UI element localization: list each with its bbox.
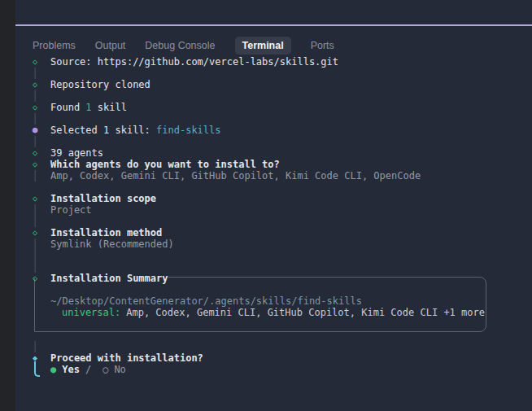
- blank-row: [15, 181, 532, 193]
- blank-row: [15, 284, 532, 295]
- connector-icon: │: [31, 261, 39, 273]
- universal-key: universal:: [62, 307, 120, 318]
- agents-question-text: Which agents do you want to install to?: [50, 159, 280, 170]
- tab-ports[interactable]: Ports: [311, 39, 334, 52]
- blank-row: [15, 318, 532, 330]
- summary-path-row: ~/Desktop/ContentGenerator/.agents/skill…: [15, 295, 532, 307]
- log-source: ◇ Source: https://github.com/vercel-labs…: [15, 56, 532, 68]
- prompt-diamond-icon: ◆: [31, 352, 39, 364]
- blank-row: [15, 330, 532, 341]
- universal-agents: Amp, Codex, Gemini CLI, GitHub Copilot, …: [126, 307, 485, 318]
- scope-answer: │ Project: [15, 204, 532, 216]
- connector-row: │: [15, 261, 532, 273]
- method-answer: │ Symlink (Recommended): [15, 238, 532, 250]
- tab-output[interactable]: Output: [95, 39, 126, 52]
- activity-bar-edge: [0, 0, 15, 411]
- connector-icon: │: [31, 216, 39, 227]
- log-found-skill: ◇ Found 1 skill: [15, 102, 532, 113]
- log-repository-cloned: ◇ Repository cloned: [15, 79, 532, 90]
- step-icon: ◇: [31, 56, 39, 68]
- connector-icon: │: [31, 204, 39, 216]
- connector-row: │: [15, 113, 532, 125]
- tab-debug-console[interactable]: Debug Console: [145, 39, 215, 52]
- method-value: Symlink (Recommended): [50, 238, 174, 250]
- connector-icon: │: [31, 250, 39, 261]
- prompt-installation-method: ◇ Installation method: [15, 227, 532, 238]
- connector-row: │: [15, 250, 532, 261]
- tab-terminal[interactable]: Terminal: [235, 37, 291, 55]
- terminal-output[interactable]: ◇ Source: https://github.com/vercel-labs…: [15, 56, 532, 375]
- agents-answer-text: Amp, Codex, Gemini CLI, GitHub Copilot, …: [50, 170, 421, 181]
- panel-window: Problems Output Debug Console Terminal P…: [0, 0, 532, 411]
- connector-row: │: [15, 68, 532, 79]
- summary-universal-row: universal:Amp, Codex, Gemini CLI, GitHub…: [15, 307, 532, 318]
- summary-title-row: ◇ Installation Summary: [15, 273, 532, 284]
- found-prefix: Found: [50, 102, 85, 113]
- connector-row: │: [15, 90, 532, 102]
- skill-count: 1: [85, 102, 91, 113]
- scope-label: Installation scope: [50, 193, 156, 204]
- prompt-agents-question: ◇ Which agents do you want to install to…: [15, 159, 532, 170]
- step-icon: ◇: [31, 102, 39, 113]
- prompt-proceed: ◆ Proceed with installation?: [15, 352, 532, 364]
- found-suffix: skill: [92, 102, 127, 113]
- tab-problems[interactable]: Problems: [33, 39, 76, 52]
- repository-status-text: Repository cloned: [50, 79, 150, 90]
- connector-icon: │: [31, 238, 39, 250]
- step-icon: ◇: [31, 227, 39, 238]
- no-circle-icon: ○: [102, 364, 108, 375]
- connector-icon: │: [31, 68, 39, 79]
- option-no[interactable]: No: [114, 364, 125, 375]
- agents-count-text: 39 agents: [50, 147, 103, 159]
- option-yes[interactable]: Yes: [62, 364, 80, 375]
- skill-name-link: find-skills: [156, 125, 220, 136]
- marker-spacer: [31, 307, 39, 318]
- selected-prefix: Selected 1 skill:: [50, 125, 156, 136]
- connector-icon: │: [31, 90, 39, 102]
- step-icon: ◇: [31, 159, 39, 170]
- agents-answer: │ Amp, Codex, Gemini CLI, GitHub Copilot…: [15, 170, 532, 181]
- connector-icon: │: [31, 341, 39, 352]
- summary-path: ~/Desktop/ContentGenerator/.agents/skill…: [50, 295, 362, 307]
- prompt-installation-scope: ◇ Installation scope: [15, 193, 532, 204]
- method-label: Installation method: [50, 227, 162, 238]
- marker-spacer: [31, 364, 39, 375]
- scope-value: Project: [50, 204, 92, 216]
- option-separator: /: [85, 364, 91, 375]
- proceed-options-row: ●Yes/○No: [15, 364, 532, 375]
- proceed-question: Proceed with installation?: [50, 352, 203, 364]
- connector-icon: │: [31, 136, 39, 147]
- log-selected-skill: ● Selected 1 skill: find-skills: [15, 125, 532, 136]
- yes-dot-icon: ●: [50, 364, 56, 375]
- panel-tab-bar: Problems Output Debug Console Terminal P…: [15, 26, 532, 55]
- log-agents-count: ◇ 39 agents: [15, 147, 532, 159]
- step-icon: ◇: [31, 147, 39, 159]
- connector-row: │: [15, 341, 532, 352]
- step-icon: ◇: [31, 273, 39, 284]
- source-text: Source: https://github.com/vercel-labs/s…: [50, 56, 338, 68]
- bullet-icon: ●: [31, 125, 39, 136]
- connector-icon: │: [31, 113, 39, 125]
- connector-icon: │: [31, 170, 39, 181]
- step-icon: ◇: [31, 193, 39, 204]
- marker-spacer: [31, 295, 39, 307]
- summary-title: Installation Summary: [50, 273, 168, 284]
- connector-row: │: [15, 136, 532, 147]
- step-icon: ◇: [31, 79, 39, 90]
- connector-row: │: [15, 216, 532, 227]
